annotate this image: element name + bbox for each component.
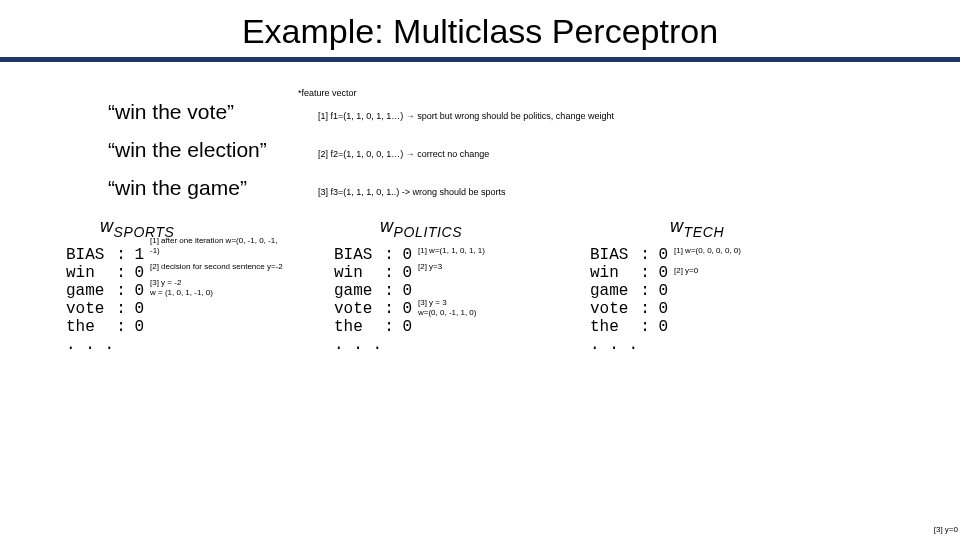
row-value: 0 (396, 318, 412, 336)
slide-title: Example: Multiclass Perceptron (0, 0, 960, 57)
example-note-2: [2] f2=(1, 1, 0, 0, 1…) → correct no cha… (318, 149, 489, 159)
anno-1: [1] after one iteration w=(0, -1, 0, -1,… (150, 236, 284, 256)
header-w-tech: wTECH (670, 216, 724, 240)
colon: : (114, 282, 128, 300)
tech-annotations: [1] w=(0, 0, 0, 0, 0) [2] y=0 (668, 246, 788, 354)
row-label: win (590, 264, 638, 282)
row-label: . . . (590, 336, 638, 354)
w-symbol: w (670, 216, 684, 236)
colon: : (382, 300, 396, 318)
row-label: BIAS (334, 246, 382, 264)
header-w-politics: wPOLITICS (380, 216, 590, 240)
row-value: 0 (128, 318, 144, 336)
row-value: 0 (396, 246, 412, 264)
tech-vector: BIAS:0 win:0 game:0 vote:0 the:0 . . . (590, 246, 668, 354)
colon: : (382, 318, 396, 336)
row-value: 0 (652, 282, 668, 300)
weight-tables: BIAS:1 win:0 game:0 vote:0 the:0 . . . [… (0, 246, 960, 354)
row-label: the (334, 318, 382, 336)
colon: : (638, 282, 652, 300)
example-note-1: [1] f1=(1, 1, 0, 1, 1…) → sport but wron… (318, 111, 614, 121)
example-row: “win the election” [2] f2=(1, 1, 0, 0, 1… (108, 138, 960, 162)
example-note-3: [3] f3=(1, 1, 1, 0, 1..) -> wrong should… (318, 187, 506, 197)
row-value: 0 (128, 264, 144, 282)
example-row: “win the game” [3] f3=(1, 1, 1, 0, 1..) … (108, 176, 960, 200)
sports-block: BIAS:1 win:0 game:0 vote:0 the:0 . . . [… (66, 246, 284, 354)
row-value: 0 (396, 264, 412, 282)
row-value: 0 (128, 300, 144, 318)
row-value: 0 (128, 282, 144, 300)
colon: : (382, 264, 396, 282)
politics-block: BIAS:0 win:0 game:0 vote:0 the:0 . . . [… (334, 246, 552, 354)
politics-vector: BIAS:0 win:0 game:0 vote:0 the:0 . . . (334, 246, 412, 354)
anno-2: [2] y=0 (674, 266, 788, 276)
colon: : (114, 318, 128, 336)
row-value: 0 (396, 300, 412, 318)
row-label: the (66, 318, 114, 336)
example-phrase-1: “win the vote” (108, 100, 318, 124)
row-label: vote (66, 300, 114, 318)
colon: : (382, 246, 396, 264)
anno-1: [1] w=(1, 1, 0, 1, 1) (418, 246, 552, 256)
w-sub: POLITICS (394, 224, 463, 240)
colon: : (638, 318, 652, 336)
colon: : (114, 246, 128, 264)
colon: : (382, 282, 396, 300)
colon: : (114, 300, 128, 318)
row-label: . . . (66, 336, 114, 354)
colon: : (638, 246, 652, 264)
row-label: vote (590, 300, 638, 318)
examples-block: *feature vector “win the vote” [1] f1=(1… (108, 88, 960, 200)
title-divider (0, 57, 960, 62)
anno-1: [1] w=(0, 0, 0, 0, 0) (674, 246, 788, 256)
row-label: win (334, 264, 382, 282)
anno-2: [2] decision for second sentence y=-2 (150, 262, 284, 272)
row-value: 1 (128, 246, 144, 264)
row-label: . . . (334, 336, 382, 354)
row-label: BIAS (590, 246, 638, 264)
feature-vector-label: *feature vector (298, 88, 960, 98)
row-value: 0 (652, 264, 668, 282)
tech-block: BIAS:0 win:0 game:0 vote:0 the:0 . . . [… (590, 246, 788, 354)
colon: : (114, 264, 128, 282)
row-value: 0 (652, 246, 668, 264)
example-phrase-2: “win the election” (108, 138, 318, 162)
anno-2: [2] y=3 (418, 262, 552, 272)
sports-vector: BIAS:1 win:0 game:0 vote:0 the:0 . . . (66, 246, 144, 354)
weight-headers: wSPORTS wPOLITICS wTECH (0, 216, 960, 240)
row-label: game (66, 282, 114, 300)
anno-3: [3] y = 3 w=(0, 0, -1, 1, 0) (418, 298, 552, 318)
row-value: 0 (396, 282, 412, 300)
example-row: “win the vote” [1] f1=(1, 1, 0, 1, 1…) →… (108, 100, 960, 124)
row-value: 0 (652, 300, 668, 318)
row-label: vote (334, 300, 382, 318)
sports-annotations: [1] after one iteration w=(0, -1, 0, -1,… (144, 246, 284, 354)
w-sub: TECH (684, 224, 725, 240)
row-label: game (334, 282, 382, 300)
example-phrase-3: “win the game” (108, 176, 318, 200)
row-label: the (590, 318, 638, 336)
row-value: 0 (652, 318, 668, 336)
w-symbol: w (380, 216, 394, 236)
row-label: BIAS (66, 246, 114, 264)
colon: : (638, 264, 652, 282)
colon: : (638, 300, 652, 318)
anno-3: [3] y = -2 w = (1, 0, 1, -1, 0) (150, 278, 284, 298)
row-label: game (590, 282, 638, 300)
tech-anno-3: [3] y=0 (934, 525, 958, 534)
politics-annotations: [1] w=(1, 1, 0, 1, 1) [2] y=3 [3] y = 3 … (412, 246, 552, 354)
w-symbol: w (100, 216, 114, 236)
row-label: win (66, 264, 114, 282)
